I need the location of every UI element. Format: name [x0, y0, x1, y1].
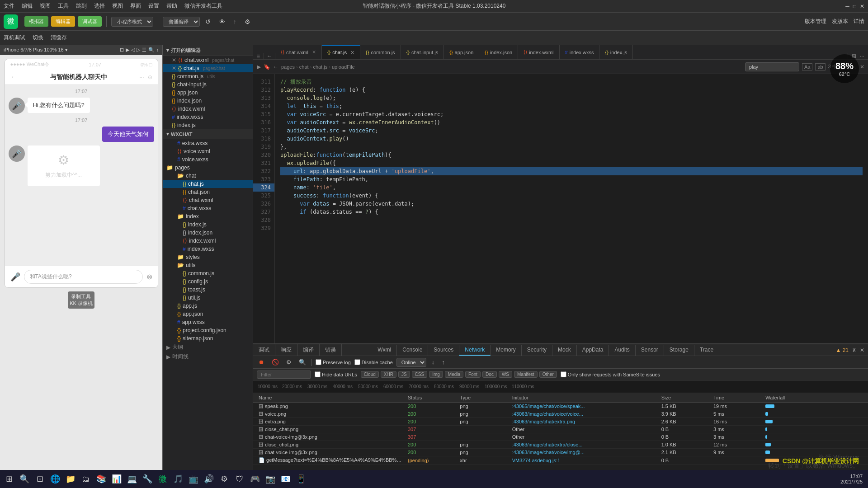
menu-interface[interactable]: 界面: [130, 2, 141, 10]
expand-devtools-icon[interactable]: ⊼: [852, 347, 856, 353]
filter-css[interactable]: CSS: [412, 371, 428, 378]
back-editor-btn[interactable]: ←: [264, 53, 275, 59]
clear-btn[interactable]: 清缓存: [51, 34, 67, 42]
details-button[interactable]: 详情: [854, 18, 864, 25]
whole-word-btn[interactable]: ab: [815, 63, 825, 70]
devtools-tab-trace[interactable]: Trace: [694, 345, 719, 356]
index-json-file[interactable]: {} index.json: [163, 229, 253, 237]
header-waterfall[interactable]: Waterfall: [764, 395, 864, 400]
settings2-button[interactable]: ⚙: [242, 17, 253, 26]
menu-goto[interactable]: 跳到: [76, 2, 87, 10]
compile-btn[interactable]: 真机调试: [4, 34, 25, 42]
menu-file[interactable]: 文件: [4, 2, 14, 10]
devtools-tab-mock[interactable]: Mock: [552, 345, 577, 356]
task13[interactable]: 🛡: [232, 472, 247, 486]
menu-settings[interactable]: 设置: [148, 2, 159, 10]
devtools-tab-security[interactable]: Security: [522, 345, 552, 356]
task10[interactable]: 📺: [186, 472, 201, 486]
hide-data-urls-input[interactable]: [315, 371, 321, 377]
tab-common-js[interactable]: {} common.js: [360, 45, 401, 59]
search-taskbar[interactable]: 🔍: [17, 472, 32, 486]
open-file-common-js[interactable]: {} common.js utils: [163, 72, 253, 80]
common-js[interactable]: {} common.js: [163, 269, 253, 277]
back-button[interactable]: ←: [10, 72, 19, 82]
task15[interactable]: 📷: [263, 472, 278, 486]
open-file-index-wxss[interactable]: # index.wxss: [163, 113, 253, 121]
close-find-btn[interactable]: ✕: [860, 64, 864, 70]
case-sensitive-btn[interactable]: Aa: [802, 63, 812, 70]
styles-folder[interactable]: 📁 styles: [163, 253, 253, 261]
devtools-tab-错误[interactable]: 错误: [320, 344, 342, 356]
bookmark-icon[interactable]: 🔖: [264, 64, 270, 70]
menu-view[interactable]: 视图: [40, 2, 51, 10]
close-icon[interactable]: ✕: [172, 57, 176, 63]
task12[interactable]: ⚙: [217, 472, 231, 486]
explorer[interactable]: 📁: [63, 472, 78, 486]
publish-button[interactable]: 发版本: [832, 18, 848, 25]
menu-select[interactable]: 选择: [94, 2, 105, 10]
play-icon[interactable]: ▶: [126, 47, 129, 53]
preserve-log-checkbox[interactable]: Preserve log: [316, 359, 351, 365]
tab-index-wxml[interactable]: ⟨⟩ index.wxml: [518, 45, 559, 59]
tab-index-wxss[interactable]: # index.wxss: [560, 45, 600, 59]
devtools-tab-network[interactable]: Network: [459, 345, 491, 356]
index-js-file[interactable]: {} index.js: [163, 221, 253, 229]
collapse-icon[interactable]: ▶: [257, 64, 261, 70]
devtools-tab-memory[interactable]: Memory: [491, 345, 521, 356]
refresh-button[interactable]: ↺: [203, 17, 213, 26]
chat-input[interactable]: 和TA说些什么呢?: [24, 270, 143, 284]
editor-button[interactable]: 编辑器: [51, 16, 75, 27]
window-close[interactable]: ✕: [860, 3, 864, 9]
open-file-index-json[interactable]: {} index.json: [163, 97, 253, 105]
devtools-tab-调试[interactable]: 调试: [253, 344, 275, 356]
close-tab-chat-wxml[interactable]: ✕: [312, 49, 316, 55]
disable-cache-checkbox[interactable]: Disable cache: [354, 359, 393, 365]
chat-folder[interactable]: 📂 chat: [163, 172, 253, 180]
vscode[interactable]: 💻: [125, 472, 139, 486]
network-row-3[interactable]: 🖼 close_chat.png 307 Other 0 B 3 ms: [253, 426, 868, 433]
extra-wxss[interactable]: # extra.wxss: [163, 139, 253, 147]
index-folder[interactable]: 📁 index: [163, 212, 253, 221]
close-icon2[interactable]: ✕: [172, 65, 176, 71]
task3[interactable]: 🗂: [79, 472, 93, 486]
open-file-chat-js[interactable]: ✕ {} chat.js pages/chat: [163, 64, 253, 72]
filter-other[interactable]: Other: [539, 371, 557, 378]
filter-media[interactable]: Media: [445, 371, 463, 378]
header-name[interactable]: Name: [257, 395, 406, 400]
timeline-section[interactable]: ▶ 时间线: [163, 352, 253, 361]
filter-icon-btn[interactable]: ⚙: [284, 358, 293, 366]
more-tabs-icon[interactable]: ···: [860, 53, 864, 59]
filter-font[interactable]: Font: [465, 371, 481, 378]
mic-icon[interactable]: 🎤: [10, 272, 20, 282]
header-initiator[interactable]: Initiator: [510, 395, 660, 400]
filter-doc[interactable]: Doc: [482, 371, 497, 378]
devtools-tab-编译[interactable]: 编译: [297, 344, 320, 356]
breadcrumb-icon[interactable]: ≡: [253, 53, 264, 59]
menu-edit[interactable]: 编辑: [22, 2, 33, 10]
chat-wxss-file[interactable]: # chat.wxss: [163, 204, 253, 212]
filter-cloud[interactable]: Cloud: [361, 371, 379, 378]
header-size[interactable]: Size: [660, 395, 712, 400]
large-files-section[interactable]: ▶ 大纲: [163, 343, 253, 352]
filter-xhr[interactable]: XHR: [381, 371, 396, 378]
open-file-chat-input[interactable]: {} chat-input.js: [163, 80, 253, 89]
upload-button[interactable]: ↑: [231, 17, 239, 26]
tab-index-json[interactable]: {} index.json: [479, 45, 518, 59]
chat-wxml-file[interactable]: ⟨⟩ chat.wxml: [163, 196, 253, 204]
next-icon[interactable]: ▷: [137, 47, 140, 53]
voice-wxss[interactable]: # voice.wxss: [163, 155, 253, 164]
pages-folder[interactable]: 📁 pages: [163, 164, 253, 172]
network-row-4[interactable]: 🖼 chat-voice-img@3x.png 307 Other 0 B 3 …: [253, 433, 868, 441]
devtools-tab-wxml[interactable]: Wxml: [372, 345, 397, 356]
devtools-tab-console[interactable]: Console: [397, 345, 428, 356]
filter-js[interactable]: JS: [398, 371, 410, 378]
devtools-tab-sensor[interactable]: Sensor: [636, 345, 664, 356]
filter-img[interactable]: Img: [429, 371, 443, 378]
search-icon[interactable]: 🔍: [148, 47, 155, 53]
open-file-index-wxml[interactable]: ⟨⟩ index.wxml: [163, 105, 253, 113]
clear-btn2[interactable]: 🚫: [270, 358, 281, 366]
network-row-1[interactable]: 🖼 voice.png 200 png :43063/image/chat/vo…: [253, 410, 868, 418]
app-js[interactable]: {} app.js: [163, 302, 253, 310]
app-json-root[interactable]: {} app.json: [163, 310, 253, 318]
throttle-select[interactable]: Online: [396, 358, 426, 367]
